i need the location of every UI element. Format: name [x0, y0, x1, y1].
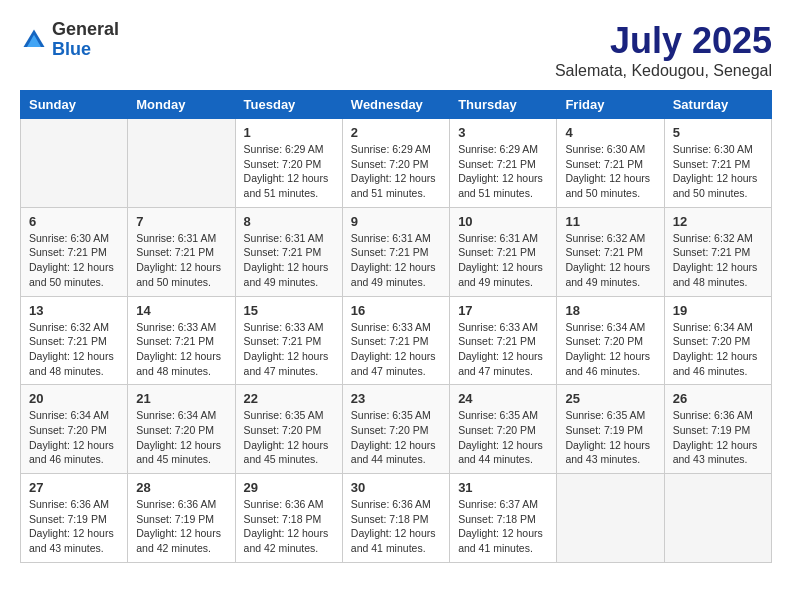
day-info: Sunrise: 6:33 AM Sunset: 7:21 PM Dayligh… — [136, 320, 226, 379]
day-info: Sunrise: 6:31 AM Sunset: 7:21 PM Dayligh… — [244, 231, 334, 290]
calendar-cell: 14Sunrise: 6:33 AM Sunset: 7:21 PM Dayli… — [128, 296, 235, 385]
calendar-cell: 24Sunrise: 6:35 AM Sunset: 7:20 PM Dayli… — [450, 385, 557, 474]
day-info: Sunrise: 6:36 AM Sunset: 7:18 PM Dayligh… — [244, 497, 334, 556]
day-number: 17 — [458, 303, 548, 318]
day-info: Sunrise: 6:33 AM Sunset: 7:21 PM Dayligh… — [351, 320, 441, 379]
calendar-cell: 28Sunrise: 6:36 AM Sunset: 7:19 PM Dayli… — [128, 474, 235, 563]
day-info: Sunrise: 6:29 AM Sunset: 7:20 PM Dayligh… — [351, 142, 441, 201]
day-info: Sunrise: 6:29 AM Sunset: 7:20 PM Dayligh… — [244, 142, 334, 201]
month-title: July 2025 — [555, 20, 772, 62]
day-info: Sunrise: 6:36 AM Sunset: 7:19 PM Dayligh… — [29, 497, 119, 556]
day-number: 20 — [29, 391, 119, 406]
weekday-header: Sunday — [21, 91, 128, 119]
day-number: 2 — [351, 125, 441, 140]
location-title: Salemata, Kedougou, Senegal — [555, 62, 772, 80]
day-info: Sunrise: 6:35 AM Sunset: 7:20 PM Dayligh… — [244, 408, 334, 467]
calendar-cell: 29Sunrise: 6:36 AM Sunset: 7:18 PM Dayli… — [235, 474, 342, 563]
weekday-header: Monday — [128, 91, 235, 119]
weekday-header: Saturday — [664, 91, 771, 119]
weekday-header: Thursday — [450, 91, 557, 119]
calendar-cell: 15Sunrise: 6:33 AM Sunset: 7:21 PM Dayli… — [235, 296, 342, 385]
calendar-cell — [128, 119, 235, 208]
calendar-cell: 19Sunrise: 6:34 AM Sunset: 7:20 PM Dayli… — [664, 296, 771, 385]
day-number: 18 — [565, 303, 655, 318]
calendar-cell: 26Sunrise: 6:36 AM Sunset: 7:19 PM Dayli… — [664, 385, 771, 474]
weekday-header: Friday — [557, 91, 664, 119]
calendar-cell: 17Sunrise: 6:33 AM Sunset: 7:21 PM Dayli… — [450, 296, 557, 385]
day-number: 27 — [29, 480, 119, 495]
day-number: 7 — [136, 214, 226, 229]
day-info: Sunrise: 6:31 AM Sunset: 7:21 PM Dayligh… — [458, 231, 548, 290]
day-info: Sunrise: 6:34 AM Sunset: 7:20 PM Dayligh… — [136, 408, 226, 467]
day-info: Sunrise: 6:34 AM Sunset: 7:20 PM Dayligh… — [565, 320, 655, 379]
calendar-cell: 11Sunrise: 6:32 AM Sunset: 7:21 PM Dayli… — [557, 207, 664, 296]
day-info: Sunrise: 6:30 AM Sunset: 7:21 PM Dayligh… — [565, 142, 655, 201]
day-number: 3 — [458, 125, 548, 140]
calendar-cell: 20Sunrise: 6:34 AM Sunset: 7:20 PM Dayli… — [21, 385, 128, 474]
calendar: SundayMondayTuesdayWednesdayThursdayFrid… — [20, 90, 772, 563]
calendar-cell — [557, 474, 664, 563]
calendar-cell: 10Sunrise: 6:31 AM Sunset: 7:21 PM Dayli… — [450, 207, 557, 296]
day-number: 19 — [673, 303, 763, 318]
calendar-cell: 7Sunrise: 6:31 AM Sunset: 7:21 PM Daylig… — [128, 207, 235, 296]
weekday-header: Wednesday — [342, 91, 449, 119]
day-info: Sunrise: 6:35 AM Sunset: 7:19 PM Dayligh… — [565, 408, 655, 467]
day-number: 21 — [136, 391, 226, 406]
day-info: Sunrise: 6:30 AM Sunset: 7:21 PM Dayligh… — [673, 142, 763, 201]
calendar-cell: 30Sunrise: 6:36 AM Sunset: 7:18 PM Dayli… — [342, 474, 449, 563]
page-header: General Blue July 2025 Salemata, Kedougo… — [20, 20, 772, 80]
day-number: 4 — [565, 125, 655, 140]
day-number: 22 — [244, 391, 334, 406]
day-info: Sunrise: 6:36 AM Sunset: 7:18 PM Dayligh… — [351, 497, 441, 556]
day-number: 13 — [29, 303, 119, 318]
day-info: Sunrise: 6:35 AM Sunset: 7:20 PM Dayligh… — [351, 408, 441, 467]
day-info: Sunrise: 6:30 AM Sunset: 7:21 PM Dayligh… — [29, 231, 119, 290]
logo-blue: Blue — [52, 39, 91, 59]
calendar-week-row: 27Sunrise: 6:36 AM Sunset: 7:19 PM Dayli… — [21, 474, 772, 563]
calendar-cell — [21, 119, 128, 208]
day-info: Sunrise: 6:31 AM Sunset: 7:21 PM Dayligh… — [136, 231, 226, 290]
calendar-cell: 6Sunrise: 6:30 AM Sunset: 7:21 PM Daylig… — [21, 207, 128, 296]
day-number: 30 — [351, 480, 441, 495]
day-info: Sunrise: 6:36 AM Sunset: 7:19 PM Dayligh… — [673, 408, 763, 467]
calendar-cell: 21Sunrise: 6:34 AM Sunset: 7:20 PM Dayli… — [128, 385, 235, 474]
calendar-week-row: 20Sunrise: 6:34 AM Sunset: 7:20 PM Dayli… — [21, 385, 772, 474]
calendar-cell: 16Sunrise: 6:33 AM Sunset: 7:21 PM Dayli… — [342, 296, 449, 385]
calendar-cell: 1Sunrise: 6:29 AM Sunset: 7:20 PM Daylig… — [235, 119, 342, 208]
day-number: 8 — [244, 214, 334, 229]
day-number: 16 — [351, 303, 441, 318]
day-info: Sunrise: 6:33 AM Sunset: 7:21 PM Dayligh… — [244, 320, 334, 379]
calendar-cell: 9Sunrise: 6:31 AM Sunset: 7:21 PM Daylig… — [342, 207, 449, 296]
logo: General Blue — [20, 20, 119, 60]
logo-icon — [20, 26, 48, 54]
title-block: July 2025 Salemata, Kedougou, Senegal — [555, 20, 772, 80]
day-number: 11 — [565, 214, 655, 229]
day-number: 24 — [458, 391, 548, 406]
logo-general: General — [52, 19, 119, 39]
calendar-week-row: 13Sunrise: 6:32 AM Sunset: 7:21 PM Dayli… — [21, 296, 772, 385]
logo-text: General Blue — [52, 20, 119, 60]
day-info: Sunrise: 6:32 AM Sunset: 7:21 PM Dayligh… — [565, 231, 655, 290]
calendar-cell: 2Sunrise: 6:29 AM Sunset: 7:20 PM Daylig… — [342, 119, 449, 208]
calendar-cell: 8Sunrise: 6:31 AM Sunset: 7:21 PM Daylig… — [235, 207, 342, 296]
day-number: 12 — [673, 214, 763, 229]
calendar-cell: 12Sunrise: 6:32 AM Sunset: 7:21 PM Dayli… — [664, 207, 771, 296]
day-info: Sunrise: 6:29 AM Sunset: 7:21 PM Dayligh… — [458, 142, 548, 201]
day-info: Sunrise: 6:36 AM Sunset: 7:19 PM Dayligh… — [136, 497, 226, 556]
day-number: 5 — [673, 125, 763, 140]
calendar-cell: 5Sunrise: 6:30 AM Sunset: 7:21 PM Daylig… — [664, 119, 771, 208]
calendar-cell: 22Sunrise: 6:35 AM Sunset: 7:20 PM Dayli… — [235, 385, 342, 474]
calendar-cell: 4Sunrise: 6:30 AM Sunset: 7:21 PM Daylig… — [557, 119, 664, 208]
day-number: 26 — [673, 391, 763, 406]
calendar-cell — [664, 474, 771, 563]
day-info: Sunrise: 6:32 AM Sunset: 7:21 PM Dayligh… — [673, 231, 763, 290]
day-number: 31 — [458, 480, 548, 495]
day-number: 9 — [351, 214, 441, 229]
day-info: Sunrise: 6:34 AM Sunset: 7:20 PM Dayligh… — [673, 320, 763, 379]
day-number: 25 — [565, 391, 655, 406]
calendar-cell: 18Sunrise: 6:34 AM Sunset: 7:20 PM Dayli… — [557, 296, 664, 385]
calendar-cell: 31Sunrise: 6:37 AM Sunset: 7:18 PM Dayli… — [450, 474, 557, 563]
calendar-cell: 23Sunrise: 6:35 AM Sunset: 7:20 PM Dayli… — [342, 385, 449, 474]
calendar-header-row: SundayMondayTuesdayWednesdayThursdayFrid… — [21, 91, 772, 119]
calendar-week-row: 1Sunrise: 6:29 AM Sunset: 7:20 PM Daylig… — [21, 119, 772, 208]
